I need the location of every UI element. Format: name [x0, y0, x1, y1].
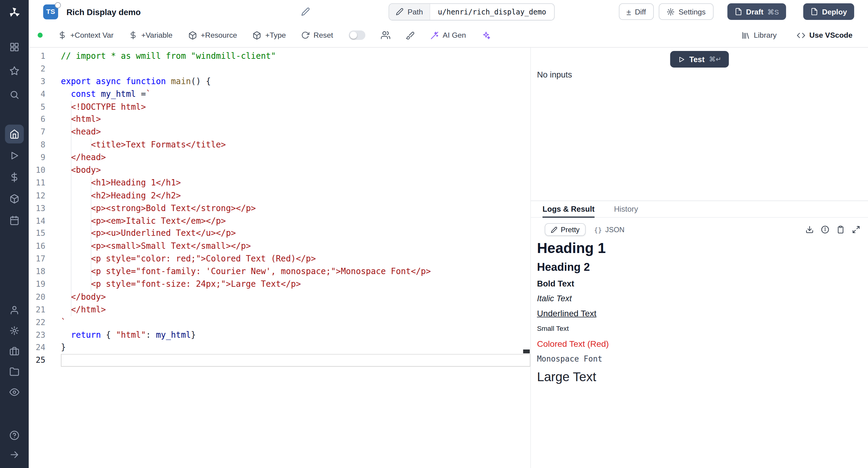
folders-icon[interactable]	[5, 362, 24, 381]
code-line[interactable]: 6 <html>	[29, 113, 530, 126]
code-text[interactable]: }	[61, 341, 530, 354]
code-text[interactable]: </body>	[61, 291, 530, 303]
code-line[interactable]: 17 <p style="color: red;">Colored Text (…	[29, 253, 530, 265]
code-editor[interactable]: 1// import * as wmill from "windmill-cli…	[29, 48, 530, 468]
code-text[interactable]: `	[61, 316, 530, 329]
path-value[interactable]: u/henri/rich_display_demo	[430, 4, 554, 20]
code-text[interactable]: const my_html =`	[61, 88, 530, 100]
code-text[interactable]: <body>	[61, 164, 530, 177]
pretty-view-button[interactable]: Pretty	[545, 223, 586, 236]
code-line[interactable]: 1// import * as wmill from "windmill-cli…	[29, 50, 530, 62]
code-line[interactable]: 14 <p><em>Italic Text</em></p>	[29, 215, 530, 227]
code-line[interactable]: 11 <h1>Heading 1</h1>	[29, 177, 530, 189]
draft-button[interactable]: Draft ⌘S	[727, 3, 786, 20]
ai-sparkles-icon[interactable]	[481, 31, 490, 39]
tab-logs-result[interactable]: Logs & Result	[542, 204, 595, 217]
code-line[interactable]: 3export async function main() {	[29, 75, 530, 88]
windmill-logo-icon[interactable]	[0, 0, 29, 25]
use-vscode-button[interactable]: Use VScode	[797, 31, 852, 39]
code-line[interactable]: 22`	[29, 316, 530, 329]
code-text[interactable]: </head>	[61, 151, 530, 164]
favorites-star-icon[interactable]	[5, 61, 24, 80]
indent-guide	[91, 265, 91, 278]
code-line[interactable]: 24}	[29, 341, 530, 354]
settings-button[interactable]: Settings	[658, 3, 713, 20]
add-type-button[interactable]: +Type	[253, 31, 286, 39]
reset-button[interactable]: Reset	[301, 31, 333, 39]
code-line[interactable]: 8 <title>Text Formats</title>	[29, 139, 530, 151]
add-variable-button[interactable]: +Variable	[129, 31, 173, 39]
resources-cube-icon[interactable]	[5, 189, 24, 208]
code-line[interactable]: 25	[29, 354, 530, 367]
deploy-button[interactable]: Deploy	[803, 3, 854, 20]
code-text[interactable]	[61, 354, 530, 367]
code-line[interactable]: 23 return { "html": my_html}	[29, 329, 530, 341]
code-text[interactable]: return { "html": my_html}	[61, 329, 530, 341]
add-context-var-button[interactable]: +Context Var	[58, 31, 114, 39]
code-line[interactable]: 15 <p><u>Underlined Text</u></p>	[29, 227, 530, 240]
format-brush-icon[interactable]	[406, 31, 414, 39]
code-line[interactable]: 20 </body>	[29, 291, 530, 303]
right-panel: Test ⌘↵ No inputs Logs & Result History …	[531, 48, 868, 468]
edit-path-button[interactable]: Path	[390, 4, 430, 20]
search-icon[interactable]	[5, 85, 24, 104]
language-badge[interactable]: TS	[43, 4, 58, 19]
code-line[interactable]: 13 <p><strong>Bold Text</strong></p>	[29, 202, 530, 215]
schedules-calendar-icon[interactable]	[5, 211, 24, 230]
code-text[interactable]: <p><strong>Bold Text</strong></p>	[61, 202, 530, 215]
test-button[interactable]: Test ⌘↵	[670, 51, 729, 67]
code-line[interactable]: 2	[29, 62, 530, 75]
code-line[interactable]: 21 </html>	[29, 303, 530, 316]
code-text[interactable]: <head>	[61, 126, 530, 139]
diff-mode-toggle[interactable]	[349, 30, 365, 40]
home-icon[interactable]	[5, 124, 24, 143]
code-text[interactable]: export async function main() {	[61, 75, 530, 88]
help-icon[interactable]	[5, 426, 24, 444]
tab-history[interactable]: History	[614, 204, 638, 217]
code-line[interactable]: 16 <p><small>Small Text</small></p>	[29, 240, 530, 253]
edit-title-pencil-icon[interactable]	[301, 7, 310, 16]
windmill-app: TS Rich Display demo Path u/henri/rich_d…	[0, 0, 868, 468]
apps-grid-icon[interactable]	[5, 38, 24, 56]
settings-gear-icon[interactable]	[5, 321, 24, 340]
code-text[interactable]: </html>	[61, 303, 530, 316]
code-line[interactable]: 19 <p style="font-size: 24px;">Large Tex…	[29, 278, 530, 291]
code-line[interactable]: 10 <body>	[29, 164, 530, 177]
code-text[interactable]: <p><em>Italic Text</em></p>	[61, 215, 530, 227]
code-line[interactable]: 4 const my_html =`	[29, 88, 530, 100]
download-icon[interactable]	[805, 226, 814, 234]
code-text[interactable]: // import * as wmill from "windmill-clie…	[61, 50, 530, 62]
audit-eye-icon[interactable]	[5, 383, 24, 401]
code-text[interactable]: <p style="font-family: 'Courier New', mo…	[61, 265, 530, 278]
code-text[interactable]	[61, 62, 530, 75]
line-number: 25	[29, 354, 45, 367]
code-text[interactable]: <!DOCTYPE html>	[61, 100, 530, 113]
code-line[interactable]: 7 <head>	[29, 126, 530, 139]
variables-dollar-icon[interactable]	[5, 168, 24, 187]
add-resource-button[interactable]: +Resource	[188, 31, 237, 39]
workers-briefcase-icon[interactable]	[5, 342, 24, 360]
code-line[interactable]: 18 <p style="font-family: 'Courier New',…	[29, 265, 530, 278]
ai-gen-button[interactable]: AI Gen	[430, 31, 466, 39]
library-button[interactable]: Library	[741, 31, 777, 39]
diff-button[interactable]: ± Diff	[619, 3, 654, 20]
code-text[interactable]: <p><small>Small Text</small></p>	[61, 240, 530, 253]
collapse-arrow-icon[interactable]	[5, 445, 24, 464]
code-text[interactable]: <h2>Heading 2</h2>	[61, 189, 530, 202]
code-line[interactable]: 9 </head>	[29, 151, 530, 164]
code-text[interactable]: <html>	[61, 113, 530, 126]
user-icon[interactable]	[5, 301, 24, 319]
info-icon[interactable]	[821, 226, 830, 234]
runs-play-icon[interactable]	[5, 146, 24, 165]
code-text[interactable]: <p style="font-size: 24px;">Large Text</…	[61, 278, 530, 291]
code-text[interactable]: <title>Text Formats</title>	[61, 139, 530, 151]
code-line[interactable]: 12 <h2>Heading 2</h2>	[29, 189, 530, 202]
expand-icon[interactable]	[852, 226, 861, 234]
code-text[interactable]: <p><u>Underlined Text</u></p>	[61, 227, 530, 240]
code-text[interactable]: <p style="color: red;">Colored Text (Red…	[61, 253, 530, 265]
code-text[interactable]: <h1>Heading 1</h1>	[61, 177, 530, 189]
json-view-button[interactable]: {} JSON	[588, 223, 631, 236]
clipboard-icon[interactable]	[836, 226, 845, 234]
multiplayer-users-icon[interactable]	[381, 30, 390, 40]
code-line[interactable]: 5 <!DOCTYPE html>	[29, 100, 530, 113]
